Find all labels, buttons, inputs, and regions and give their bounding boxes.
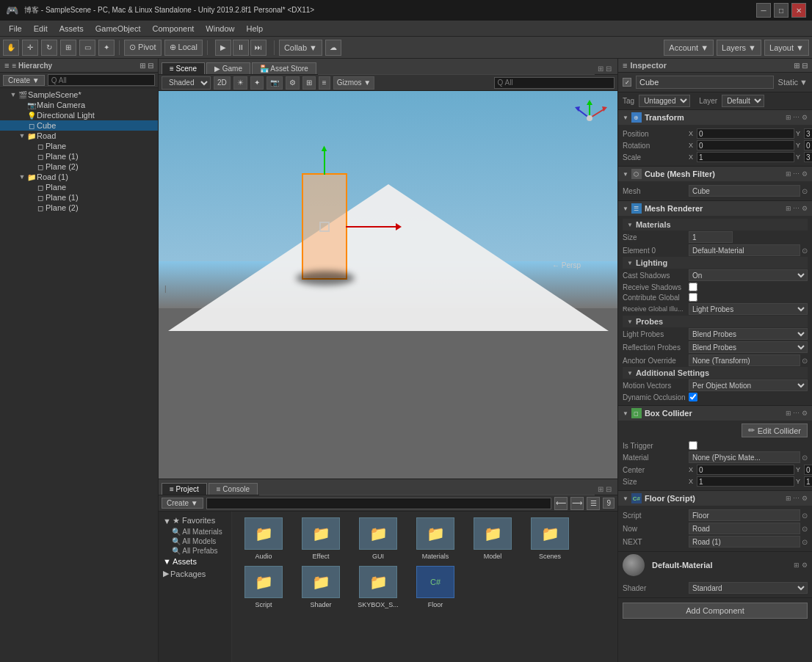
- scale-y[interactable]: [804, 152, 812, 162]
- materials-size-input[interactable]: [689, 231, 733, 243]
- hierarchy-create-button[interactable]: Create ▼: [3, 75, 45, 86]
- probes-section[interactable]: ▼ Probes: [623, 316, 808, 327]
- light-probes-select[interactable]: Blend Probes: [689, 328, 808, 340]
- menu-gameobject[interactable]: GameObject: [90, 23, 147, 34]
- render-stats-btn[interactable]: ≡: [319, 76, 330, 90]
- menu-component[interactable]: Component: [146, 23, 200, 34]
- file-effect[interactable]: 📁 Effect: [295, 517, 347, 560]
- grid-btn[interactable]: ⊞: [302, 76, 316, 90]
- menu-file[interactable]: File: [3, 23, 28, 34]
- scale-x[interactable]: [697, 152, 794, 162]
- console-tab[interactable]: ≡ Console: [209, 483, 258, 495]
- hierarchy-item-plane2a[interactable]: ◻ Plane (1): [0, 192, 158, 203]
- center-y[interactable]: [804, 465, 812, 475]
- local-dropdown[interactable]: ⊕ Local: [164, 40, 203, 56]
- hierarchy-item-plane2[interactable]: ◻ Plane: [0, 182, 158, 192]
- static-dropdown[interactable]: Static ▼: [778, 78, 808, 87]
- collider-material-input[interactable]: [689, 451, 800, 463]
- is-trigger-checkbox[interactable]: [689, 441, 697, 450]
- lighting-button[interactable]: ☀: [233, 76, 247, 90]
- mesh-renderer-header[interactable]: ▼ ☰ Mesh Renderer ⊞ ⋯ ⚙: [618, 201, 812, 216]
- gizmos-btn[interactable]: Gizmos ▼: [333, 76, 375, 90]
- shader-select[interactable]: Standard: [689, 582, 808, 594]
- position-y[interactable]: [804, 128, 812, 139]
- viewport[interactable]: ← Persp |: [159, 91, 617, 479]
- lighting-section[interactable]: ▼ Lighting: [623, 257, 808, 269]
- move-tool[interactable]: ✛: [22, 40, 38, 56]
- hierarchy-item-plane1b[interactable]: ◻ Plane (2): [0, 161, 158, 172]
- reflection-probes-select[interactable]: Blend Probes: [689, 341, 808, 353]
- position-x[interactable]: [697, 128, 794, 139]
- cloud-button[interactable]: ☁: [325, 40, 341, 56]
- hierarchy-item-cube[interactable]: ◻ Cube: [0, 120, 158, 131]
- file-audio[interactable]: 📁 Audio: [238, 517, 289, 560]
- script-select-icon[interactable]: ⊙: [802, 512, 808, 520]
- add-component-button[interactable]: Add Component: [623, 603, 808, 619]
- receive-global-select[interactable]: Light Probes: [689, 303, 808, 315]
- rect-tool[interactable]: ▭: [79, 40, 95, 56]
- project-icon-btn2[interactable]: ⟶: [570, 497, 584, 510]
- sidebar-all-prefabs[interactable]: 🔍 All Prefabs: [160, 546, 230, 556]
- sidebar-assets[interactable]: ▼Assets: [160, 556, 230, 567]
- layout-dropdown[interactable]: Layout ▼: [764, 40, 809, 56]
- hierarchy-item-road1[interactable]: ▼ 📁 Road (1): [0, 172, 158, 182]
- tag-select[interactable]: Untagged: [639, 95, 690, 107]
- mesh-input[interactable]: [689, 185, 800, 197]
- move-handle-x[interactable]: [346, 226, 397, 228]
- file-scenes[interactable]: 📁 Scenes: [524, 517, 576, 560]
- rotation-y[interactable]: [804, 140, 812, 150]
- element0-select-icon[interactable]: ⊙: [802, 247, 808, 255]
- collab-dropdown[interactable]: Collab ▼: [279, 40, 322, 56]
- hierarchy-item-road[interactable]: ▼ 📁 Road: [0, 131, 158, 141]
- dynamic-occlusion-checkbox[interactable]: [689, 393, 697, 401]
- cube-scene-object[interactable]: [302, 173, 347, 280]
- rotate-tool[interactable]: ↻: [41, 40, 57, 56]
- project-search-input[interactable]: [206, 498, 552, 509]
- sidebar-packages[interactable]: ▶Packages: [160, 567, 230, 580]
- hierarchy-item-samplescene[interactable]: ▼ 🎬 SampleScene*: [0, 90, 158, 100]
- center-x[interactable]: [697, 465, 794, 475]
- now-input[interactable]: [689, 523, 800, 534]
- project-create-button[interactable]: Create ▼: [162, 498, 203, 509]
- asset-store-tab[interactable]: 🏪 Asset Store: [252, 62, 316, 74]
- file-floor[interactable]: C# Floor: [410, 566, 461, 608]
- hierarchy-search-input[interactable]: [48, 74, 155, 86]
- sidebar-all-models[interactable]: 🔍 All Models: [160, 536, 230, 546]
- anchor-override-input[interactable]: [689, 354, 800, 366]
- now-select-icon[interactable]: ⊙: [802, 525, 808, 533]
- hierarchy-item-plane1a[interactable]: ◻ Plane (1): [0, 151, 158, 161]
- file-gui[interactable]: 📁 GUI: [352, 517, 404, 560]
- sidebar-all-materials[interactable]: 🔍 All Materials: [160, 527, 230, 536]
- file-shader[interactable]: 📁 Shader: [295, 566, 347, 608]
- box-collider-header[interactable]: ▼ ◻ Box Collider ⊞ ⋯ ⚙: [618, 406, 812, 421]
- materials-section[interactable]: ▼ Materials: [623, 219, 808, 230]
- file-script[interactable]: 📁 Script: [238, 566, 289, 608]
- floor-script-header[interactable]: ▼ C# Floor (Script) ⊞ ⋯ ⚙: [618, 491, 812, 506]
- step-button[interactable]: ⏭: [250, 40, 267, 56]
- hand-tool[interactable]: ✋: [3, 40, 19, 56]
- layers-dropdown[interactable]: Layers ▼: [717, 40, 761, 56]
- menu-assets[interactable]: Assets: [54, 23, 90, 34]
- additional-settings-section[interactable]: ▼ Additional Settings: [623, 367, 808, 379]
- project-tab[interactable]: ≡ Project: [162, 483, 207, 495]
- 2d-button[interactable]: 2D: [214, 76, 231, 90]
- menu-window[interactable]: Window: [200, 23, 240, 34]
- maximize-button[interactable]: □: [774, 3, 789, 18]
- project-icon-btn1[interactable]: ⟵: [554, 497, 568, 510]
- hierarchy-item-plane1[interactable]: ◻ Plane: [0, 141, 158, 151]
- cast-shadows-select[interactable]: On: [689, 269, 808, 281]
- scene-search[interactable]: [494, 77, 615, 89]
- play-button[interactable]: ▶: [215, 40, 231, 56]
- sidebar-favorites[interactable]: ▼★ Favorites: [160, 514, 230, 527]
- hierarchy-item-maincamera[interactable]: 📷 Main Camera: [0, 100, 158, 110]
- next-input[interactable]: [689, 536, 800, 548]
- motion-vectors-select[interactable]: Per Object Motion: [689, 379, 808, 391]
- layer-select[interactable]: Default: [722, 95, 764, 107]
- menu-edit[interactable]: Edit: [28, 23, 54, 34]
- object-enabled-checkbox[interactable]: ✓: [623, 78, 631, 87]
- scale-tool[interactable]: ⊞: [60, 40, 76, 56]
- hierarchy-item-directionallight[interactable]: 💡 Directional Light: [0, 110, 158, 120]
- size-y[interactable]: [804, 476, 812, 487]
- edit-collider-button[interactable]: ✏Edit Collider: [742, 423, 808, 437]
- mesh-filter-header[interactable]: ▼ ⬡ Cube (Mesh Filter) ⊞ ⋯ ⚙: [618, 167, 812, 181]
